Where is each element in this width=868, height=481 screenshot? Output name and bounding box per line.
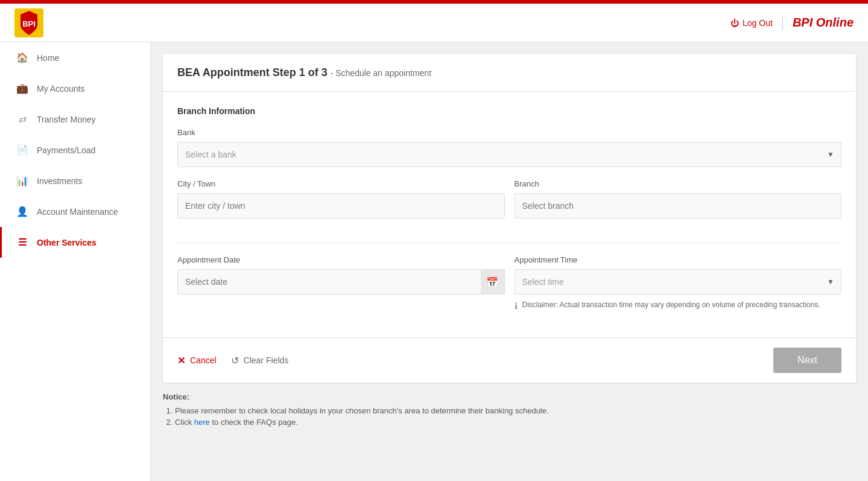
sidebar-item-other-services[interactable]: ☰ Other Services [0, 227, 150, 258]
bpi-logo-icon: BPI [14, 8, 43, 37]
sidebar-label-transfer: Transfer Money [37, 115, 96, 124]
bank-label: Bank [177, 128, 841, 137]
logout-button[interactable]: ⏻ Log Out [730, 18, 773, 28]
chart-icon: 📊 [16, 175, 28, 186]
power-icon: ⏻ [730, 18, 739, 28]
briefcase-icon: 💼 [16, 83, 28, 94]
notice-item-1: Please remember to check local holidays … [175, 406, 856, 415]
page-subtitle: - Schedule an appointment [331, 68, 431, 78]
section-divider [177, 243, 841, 243]
card-body: Branch Information Bank Select a bank ▼ [163, 92, 856, 337]
next-button[interactable]: Next [773, 348, 841, 373]
notice-section: Notice: Please remember to check local h… [163, 392, 856, 427]
cancel-button[interactable]: ✕ Cancel [177, 355, 217, 366]
main-content: BEA Appointment Step 1 of 3 - Schedule a… [151, 42, 868, 481]
sidebar: 🏠 Home 💼 My Accounts ⇄ Transfer Money 📄 … [0, 42, 151, 481]
document-icon: 📄 [16, 144, 28, 156]
appt-time-col: Appointment Time Select time ▼ ℹ Disclai… [515, 255, 842, 323]
footer-left-actions: ✕ Cancel ↺ Clear Fields [177, 355, 288, 366]
time-select-wrapper: Select time ▼ [515, 269, 842, 295]
cancel-label: Cancel [190, 355, 217, 365]
bank-group: Bank Select a bank ▼ [177, 128, 841, 167]
notice-list: Please remember to check local holidays … [163, 406, 856, 427]
clear-label: Clear Fields [244, 355, 289, 365]
sidebar-item-investments[interactable]: 📊 Investments [0, 165, 150, 196]
notice-title: Notice: [163, 392, 856, 401]
notice-item-2: Click here to check the FAQs page. [175, 418, 856, 427]
header: BPI ⏻ Log Out BPI Online [0, 4, 868, 42]
branch-label: Branch [515, 179, 842, 188]
appt-time-group: Appointment Time Select time ▼ ℹ Disclai… [515, 255, 842, 311]
date-input[interactable] [177, 269, 505, 295]
sidebar-label-account-maintenance: Account Maintenance [37, 207, 118, 217]
appt-date-group: Appointment Date 📅 [177, 255, 505, 295]
city-input[interactable] [177, 193, 505, 218]
city-group: City / Town [177, 179, 505, 218]
svg-text:BPI: BPI [22, 19, 36, 28]
clear-fields-button[interactable]: ↺ Clear Fields [231, 355, 289, 366]
appt-time-label: Appointment Time [515, 255, 842, 264]
sidebar-label-other-services: Other Services [37, 238, 97, 247]
notice-text-1: Please remember to check local holidays … [175, 406, 549, 415]
header-divider [782, 16, 783, 30]
layout: 🏠 Home 💼 My Accounts ⇄ Transfer Money 📄 … [0, 42, 868, 481]
info-icon: ℹ [515, 301, 518, 311]
sidebar-label-home: Home [37, 53, 59, 63]
sidebar-label-accounts: My Accounts [37, 84, 84, 94]
sidebar-item-payments-load[interactable]: 📄 Payments/Load [0, 135, 150, 165]
card-footer: ✕ Cancel ↺ Clear Fields Next [163, 337, 856, 383]
sidebar-label-payments: Payments/Load [37, 145, 95, 155]
menu-icon: ☰ [16, 237, 28, 248]
appt-row: Appointment Date 📅 Appointment Time [177, 255, 841, 323]
content-card: BEA Appointment Step 1 of 3 - Schedule a… [163, 54, 856, 383]
city-col: City / Town [177, 179, 505, 231]
next-label: Next [797, 355, 817, 365]
calendar-icon[interactable]: 📅 [481, 269, 505, 295]
notice-faq-link[interactable]: here [194, 418, 210, 427]
logout-label: Log Out [743, 18, 773, 28]
sidebar-item-my-accounts[interactable]: 💼 My Accounts [0, 73, 150, 104]
brand-label: BPI Online [793, 16, 854, 30]
bank-select-wrapper: Select a bank ▼ [177, 142, 841, 167]
section-title: Branch Information [177, 106, 841, 116]
branch-input[interactable] [515, 193, 842, 218]
sidebar-item-home[interactable]: 🏠 Home [0, 42, 150, 73]
branch-group: Branch [515, 179, 842, 218]
sidebar-item-account-maintenance[interactable]: 👤 Account Maintenance [0, 196, 150, 227]
time-select[interactable]: Select time [515, 269, 842, 295]
user-icon: 👤 [16, 206, 28, 217]
card-header: BEA Appointment Step 1 of 3 - Schedule a… [163, 54, 856, 92]
header-actions: ⏻ Log Out BPI Online [730, 16, 854, 30]
city-label: City / Town [177, 179, 505, 188]
appt-date-col: Appointment Date 📅 [177, 255, 505, 323]
disclaimer-text: Disclaimer: Actual transaction time may … [522, 301, 820, 309]
cancel-x-icon: ✕ [177, 355, 185, 366]
branch-col: Branch [515, 179, 842, 231]
sidebar-item-transfer-money[interactable]: ⇄ Transfer Money [0, 104, 150, 135]
bank-select[interactable]: Select a bank [177, 142, 841, 167]
city-branch-row: City / Town Branch [177, 179, 841, 231]
home-icon: 🏠 [16, 52, 28, 63]
page-title: BEA Appointment Step 1 of 3 - Schedule a… [177, 66, 841, 79]
disclaimer: ℹ Disclaimer: Actual transaction time ma… [515, 301, 842, 311]
sidebar-label-investments: Investments [37, 176, 82, 186]
refresh-icon: ↺ [231, 355, 239, 366]
appt-date-label: Appointment Date [177, 255, 505, 264]
transfer-icon: ⇄ [16, 113, 28, 125]
date-wrapper: 📅 [177, 269, 505, 295]
logo-area: BPI [14, 8, 43, 37]
